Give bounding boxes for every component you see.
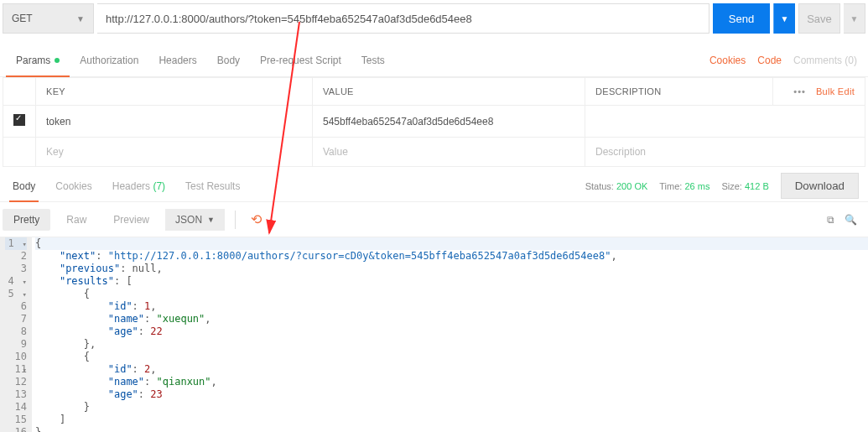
link-comments: Comments (0) xyxy=(793,55,857,66)
view-pretty[interactable]: Pretty xyxy=(3,209,50,231)
view-preview[interactable]: Preview xyxy=(102,209,160,231)
search-icon[interactable]: 🔍 xyxy=(845,214,857,226)
chevron-down-icon: ▼ xyxy=(850,14,859,23)
copy-icon[interactable]: ⧉ xyxy=(827,214,834,226)
response-tab-headers[interactable]: Headers (7) xyxy=(102,170,175,201)
http-method-dropdown[interactable]: GET ▼ xyxy=(3,3,94,34)
param-description[interactable] xyxy=(585,106,865,138)
col-description: DESCRIPTION xyxy=(585,78,773,106)
view-raw[interactable]: Raw xyxy=(55,209,97,231)
format-dropdown[interactable]: JSON▼ xyxy=(165,209,225,231)
param-key-placeholder[interactable]: Key xyxy=(36,138,313,167)
chevron-down-icon: ▼ xyxy=(781,14,789,23)
tab-authorization[interactable]: Authorization xyxy=(70,44,148,76)
response-tab-test-results[interactable]: Test Results xyxy=(175,170,250,201)
table-row-new[interactable]: Key Value Description xyxy=(3,138,865,167)
col-key: KEY xyxy=(36,78,313,106)
tab-prerequest[interactable]: Pre-request Script xyxy=(250,44,351,76)
params-table: KEY VALUE DESCRIPTION •••Bulk Edit token… xyxy=(3,77,865,167)
time-label: Time: 26 ms xyxy=(659,181,709,191)
save-button[interactable]: Save xyxy=(798,3,840,34)
save-dropdown[interactable]: ▼ xyxy=(844,3,865,34)
link-cookies[interactable]: Cookies xyxy=(709,55,746,66)
send-button[interactable]: Send xyxy=(713,3,770,34)
response-code[interactable]: { "next": "http://127.0.0.1:8000/authors… xyxy=(32,237,868,432)
line-gutter: 1 ▾ 234 ▾5 ▾678910 ▾111213141516 xyxy=(0,237,32,432)
tab-tests[interactable]: Tests xyxy=(351,44,395,76)
tab-params[interactable]: Params xyxy=(6,44,70,76)
wrap-lines-icon[interactable]: ⟲ xyxy=(246,209,268,231)
url-input[interactable] xyxy=(97,3,709,34)
size-label: Size: 412 B xyxy=(721,181,768,191)
response-tab-cookies[interactable]: Cookies xyxy=(45,170,101,201)
http-method-label: GET xyxy=(12,13,33,24)
table-row[interactable]: token 545bff4eba652547a0af3d5de6d54ee8 xyxy=(3,106,865,138)
checkbox-icon[interactable] xyxy=(13,114,25,126)
tab-body[interactable]: Body xyxy=(207,44,250,76)
chevron-down-icon: ▼ xyxy=(207,216,215,224)
send-dropdown[interactable]: ▼ xyxy=(773,3,795,34)
link-code[interactable]: Code xyxy=(757,55,782,66)
bulk-edit-link[interactable]: Bulk Edit xyxy=(806,86,855,96)
download-button[interactable]: Download xyxy=(781,173,859,199)
param-description-placeholder[interactable]: Description xyxy=(585,138,865,167)
chevron-down-icon: ▼ xyxy=(76,14,85,23)
tab-headers[interactable]: Headers xyxy=(148,44,206,76)
response-tab-body[interactable]: Body xyxy=(3,170,45,201)
status-label: Status: 200 OK xyxy=(585,181,648,191)
param-value[interactable]: 545bff4eba652547a0af3d5de6d54ee8 xyxy=(313,106,585,138)
params-indicator-icon xyxy=(55,58,60,63)
param-value-placeholder[interactable]: Value xyxy=(313,138,585,167)
param-key[interactable]: token xyxy=(36,106,313,138)
response-body-viewer: 1 ▾ 234 ▾5 ▾678910 ▾111213141516 { "next… xyxy=(0,237,868,432)
more-icon[interactable]: ••• xyxy=(793,86,806,96)
col-value: VALUE xyxy=(313,78,585,106)
divider xyxy=(235,211,236,229)
